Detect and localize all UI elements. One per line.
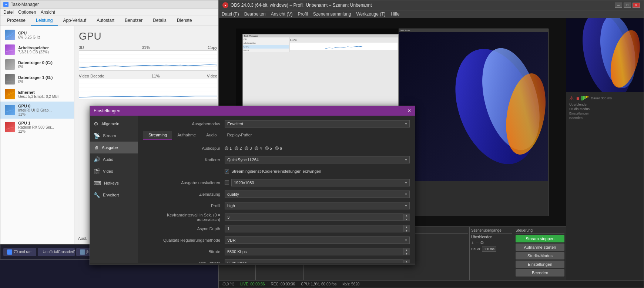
profil-select[interactable]: high: [225, 202, 410, 209]
nested-obs: OBS Studio: [399, 29, 549, 216]
minimize-button[interactable]: ─: [615, 3, 622, 8]
ausgabe-select[interactable]: 1920x1080: [231, 179, 410, 186]
track-1-label: 1: [229, 146, 232, 150]
kodierer-select[interactable]: QuickSync H.264: [225, 156, 410, 163]
disk1-label: Datenträger 1 (G:): [18, 75, 53, 80]
tab-aufnahme[interactable]: Aufnahme: [172, 131, 201, 140]
settings-nav-erweitert[interactable]: 🔧 Erweitert: [90, 189, 138, 201]
tab-autostart[interactable]: Autostart: [91, 16, 120, 26]
track-4[interactable]: 4: [255, 146, 262, 150]
sidebar-item-gpu1[interactable]: GPU 1 Radeon RX 580 Ser...12%: [0, 119, 74, 136]
keyframe-input[interactable]: 3: [225, 213, 410, 221]
gpu-auslastung-label: Ausl.: [78, 236, 87, 241]
tab-benutzer[interactable]: Benutzer: [120, 16, 148, 26]
transition-plus-icon[interactable]: +: [471, 240, 474, 246]
track-1[interactable]: 1: [225, 146, 232, 150]
nested-tm-main: GPU: [289, 37, 398, 52]
settings-nav-video[interactable]: 🎬 Video: [90, 165, 138, 177]
stream-stop-button[interactable]: Stream stoppen: [516, 235, 564, 242]
max-bitrate-up[interactable]: ▲: [403, 259, 410, 263]
tab-leistung[interactable]: Leistung: [31, 16, 58, 26]
transition-type: Überblenden: [471, 235, 512, 239]
track-6-dot: [275, 146, 279, 150]
tab-app-verlauf[interactable]: App-Verlauf: [58, 16, 91, 26]
track-4-label: 4: [259, 146, 262, 150]
tm-menu-optionen[interactable]: Optionen: [18, 10, 36, 15]
settings-nav-stream[interactable]: 📡 Stream: [90, 130, 138, 142]
async-depth-input[interactable]: 1: [225, 225, 410, 232]
settings-nav-ausgabe[interactable]: 🖥 Ausgabe: [90, 142, 138, 153]
disk0-sub: 0%: [18, 65, 53, 69]
record-start-button[interactable]: Aufnahme starten: [516, 244, 564, 251]
chart-3d-percent: 31%: [142, 45, 150, 50]
settings-title: Einstellungen: [94, 108, 120, 113]
sidebar-item-disk0[interactable]: Datenträger 0 (C:) 0%: [0, 57, 74, 72]
ausgabe-umskalieren-checkbox[interactable]: [225, 181, 229, 185]
transitions-panel-header: Szenenübergänge: [471, 228, 512, 234]
settings-nav-audio[interactable]: 🔊 Audio: [90, 153, 138, 165]
ausgabemodus-select[interactable]: Erweitert: [225, 120, 410, 128]
obs-menu-hilfe[interactable]: Hilfe: [391, 11, 400, 17]
sidebar-item-disk1[interactable]: Datenträger 1 (G:) 0%: [0, 72, 74, 87]
ausgabe-umskalieren-row: Ausgabe umskalieren 1920x1080: [143, 178, 410, 187]
timer-label: Dauer 300 ms: [591, 96, 612, 100]
sidebar-item-cpu[interactable]: CPU 6% 3,25 GHz: [0, 27, 74, 42]
obs-icon: ●: [222, 2, 228, 8]
tm-menu-datei[interactable]: Datei: [3, 10, 14, 15]
settings-nav-hotkeys[interactable]: ⌨ Hotkeys: [90, 177, 138, 189]
obs-controls-panel: Steuerung Stream stoppen Aufnahme starte…: [514, 227, 566, 285]
tab-prozesse[interactable]: Prozesse: [2, 16, 31, 26]
track-2[interactable]: 2: [235, 146, 242, 150]
async-depth-down[interactable]: ▼: [403, 229, 410, 232]
track-3[interactable]: 3: [245, 146, 252, 150]
bitrate-up[interactable]: ▲: [403, 248, 410, 252]
obs-menu-werkzeuge[interactable]: Werkzeuge (T): [356, 11, 385, 17]
tm-menu-ansicht[interactable]: Ansicht: [41, 10, 55, 15]
settings-close-button[interactable]: ✕: [407, 108, 411, 113]
bitrate-input[interactable]: 5500 Kbps: [225, 248, 410, 255]
taskbar-item-0-label: 70 und ram: [14, 250, 33, 254]
ausgabemodus-row: Ausgabemodus Erweitert: [143, 119, 410, 128]
transition-duration[interactable]: 300 ms: [482, 246, 497, 252]
maximize-button[interactable]: □: [624, 3, 631, 8]
obs-right-controls: ⚠ ■ Dauer 300 ms Überblenden Studio Modu…: [566, 92, 644, 285]
keyframe-up[interactable]: ▲: [403, 213, 410, 217]
obs-menu-szenennsammlung[interactable]: Szenennsammlung: [313, 11, 351, 17]
tab-details[interactable]: Details: [148, 16, 172, 26]
settings-button[interactable]: Einstellungen: [516, 261, 564, 268]
obs-menu-bearbeiten[interactable]: Bearbeiten: [244, 11, 266, 17]
close-button[interactable]: ✕: [633, 3, 640, 8]
taskbar-item-1[interactable]: UnofficialCrusaderP...: [38, 248, 75, 256]
tab-dienste[interactable]: Dienste: [172, 16, 197, 26]
task-manager-icon: ✦: [3, 2, 9, 7]
obs-menu-datei[interactable]: Datei (F): [222, 11, 239, 17]
qualitaet-select[interactable]: VBR: [225, 236, 410, 244]
keyframe-down[interactable]: ▼: [403, 217, 410, 221]
chart-videodecode-percent: 11%: [151, 74, 160, 78]
obs-menu-profil[interactable]: Profil: [298, 11, 308, 17]
settings-nav-allgemein[interactable]: ⚙ Allgemein: [90, 118, 138, 130]
track-6[interactable]: 6: [275, 146, 282, 150]
sidebar-item-memory[interactable]: Arbeitsspeicher 7,3/31,9 GB (23%): [0, 42, 74, 57]
streaming-checkbox[interactable]: [225, 169, 229, 173]
tab-audio[interactable]: Audio: [201, 131, 222, 140]
track-5[interactable]: 5: [265, 146, 272, 150]
right-label-4: Beenden: [569, 116, 641, 120]
transition-minus-icon[interactable]: −: [476, 240, 479, 246]
task-manager-titlebar: ✦ Task-Manager: [0, 0, 222, 9]
transition-settings-icon[interactable]: ⚙: [480, 240, 484, 245]
right-label-1: Überblenden: [569, 103, 641, 106]
tab-replay-puffer[interactable]: Replay-Puffer: [222, 131, 257, 140]
studio-mode-button[interactable]: Studio-Modus: [516, 252, 564, 259]
sidebar-item-gpu0[interactable]: GPU 0 Intel(R) UHD Grap...31%: [0, 102, 74, 119]
obs-menu-ansicht[interactable]: Ansicht (V): [271, 11, 293, 17]
taskbar-item-0[interactable]: 70 und ram: [3, 248, 36, 256]
streaming-checkbox-label: Streamingdienst-Kodierereinstellungen er…: [231, 169, 321, 173]
sidebar-item-ethernet[interactable]: Ethernet Ges.: 5,3 Empf.: 0,2 MBr: [0, 87, 74, 102]
zielnutzung-select[interactable]: quality: [225, 191, 410, 198]
async-depth-up[interactable]: ▲: [403, 225, 410, 229]
tab-streaming[interactable]: Streaming: [143, 131, 172, 140]
bitrate-down[interactable]: ▼: [403, 252, 410, 255]
max-bitrate-input[interactable]: 5500 Kbps: [225, 259, 410, 263]
exit-button[interactable]: Beenden: [516, 269, 564, 277]
